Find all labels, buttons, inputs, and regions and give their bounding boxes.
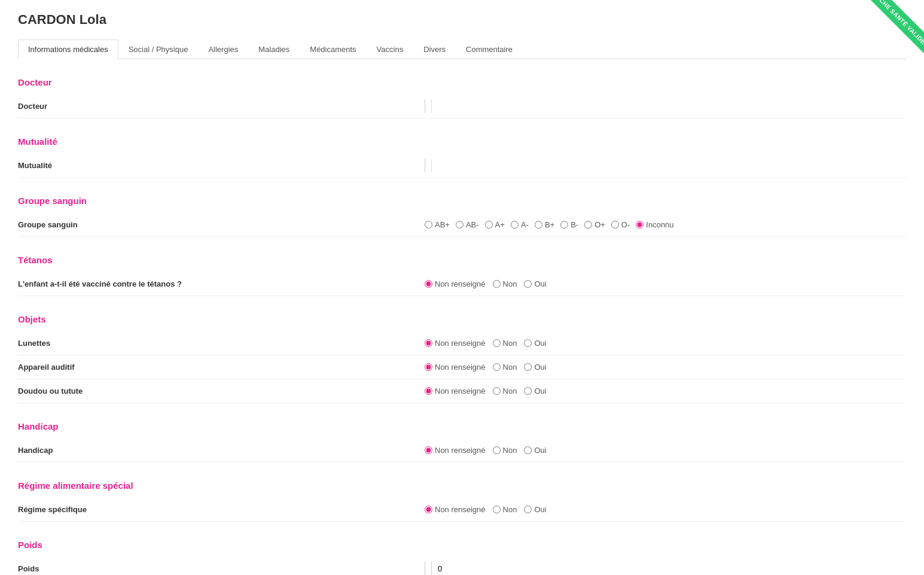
- page-wrapper: FICHE SANTÉ VALIDÉE CARDON Lola Informat…: [0, 0, 924, 575]
- form-row-appareil-auditif: Appareil auditif Non renseigné Non Oui: [18, 355, 906, 379]
- tab-maladies[interactable]: Maladies: [248, 39, 300, 59]
- label-handicap: Handicap: [18, 446, 425, 455]
- form-row-poids: Poids: [18, 557, 906, 575]
- lunettes-non[interactable]: Non: [493, 339, 517, 348]
- doudou-options: Non renseigné Non Oui: [425, 387, 906, 395]
- tab-vaccins[interactable]: Vaccins: [367, 39, 414, 59]
- handicap-non[interactable]: Non: [493, 446, 517, 455]
- section-title-mutualite: Mutualité: [18, 136, 906, 147]
- blood-group-aminus[interactable]: A-: [511, 220, 529, 229]
- label-tetanos: L'enfant a-t-il été vacciné contre le té…: [18, 279, 425, 288]
- form-row-doudou: Doudou ou tutute Non renseigné Non Oui: [18, 379, 906, 403]
- section-regime: Régime alimentaire spécial Régime spécif…: [18, 480, 906, 522]
- section-objets: Objets Lunettes Non renseigné Non Oui Ap…: [18, 314, 906, 403]
- tab-info-medicales[interactable]: Informations médicales: [18, 39, 118, 59]
- regime-non-renseigne[interactable]: Non renseigné: [425, 505, 486, 514]
- section-title-groupe-sanguin: Groupe sanguin: [18, 196, 906, 206]
- tab-medicaments[interactable]: Médicaments: [300, 39, 366, 59]
- lunettes-oui[interactable]: Oui: [524, 339, 546, 348]
- input-wrapper-docteur: [425, 99, 906, 113]
- tetanos-options: Non renseigné Non Oui: [425, 279, 906, 288]
- input-wrapper-mutualite: [425, 159, 906, 172]
- label-lunettes: Lunettes: [18, 339, 425, 348]
- blood-group-abminus[interactable]: AB-: [456, 220, 479, 229]
- label-groupe-sanguin: Groupe sanguin: [18, 220, 425, 229]
- handicap-non-renseigne[interactable]: Non renseigné: [425, 446, 486, 455]
- blood-group-oplus[interactable]: O+: [584, 220, 605, 229]
- section-title-docteur: Docteur: [18, 77, 906, 87]
- form-row-docteur: Docteur: [18, 95, 906, 118]
- lunettes-options: Non renseigné Non Oui: [425, 339, 906, 348]
- label-poids: Poids: [18, 564, 425, 573]
- input-wrapper-poids: [425, 562, 906, 575]
- tetanos-oui[interactable]: Oui: [524, 279, 546, 288]
- section-docteur: Docteur Docteur: [18, 77, 906, 118]
- label-regime: Régime spécifique: [18, 505, 425, 514]
- tab-divers[interactable]: Divers: [413, 39, 456, 59]
- tab-allergies[interactable]: Allergies: [198, 39, 248, 59]
- label-appareil-auditif: Appareil auditif: [18, 363, 425, 372]
- label-doudou: Doudou ou tutute: [18, 387, 425, 395]
- form-row-handicap: Handicap Non renseigné Non Oui: [18, 439, 906, 463]
- section-title-handicap: Handicap: [18, 421, 906, 431]
- tab-commentaire[interactable]: Commentaire: [456, 39, 523, 59]
- form-row-groupe-sanguin: Groupe sanguin AB+ AB- A+ A- B+: [18, 213, 906, 237]
- doudou-non[interactable]: Non: [493, 387, 517, 395]
- appareil-auditif-non[interactable]: Non: [493, 363, 517, 372]
- appareil-auditif-options: Non renseigné Non Oui: [425, 363, 906, 372]
- tabs-container: Informations médicales Social / Physique…: [18, 39, 906, 59]
- tetanos-non[interactable]: Non: [493, 279, 517, 288]
- lunettes-non-renseigne[interactable]: Non renseigné: [425, 339, 486, 348]
- section-title-regime: Régime alimentaire spécial: [18, 480, 906, 491]
- doudou-non-renseigne[interactable]: Non renseigné: [425, 387, 486, 395]
- input-docteur[interactable]: [431, 99, 906, 113]
- blood-group-inconnu[interactable]: Inconnu: [636, 220, 673, 229]
- input-mutualite[interactable]: [431, 159, 906, 172]
- section-groupe-sanguin: Groupe sanguin Groupe sanguin AB+ AB- A+…: [18, 196, 906, 237]
- form-row-mutualite: Mutualité: [18, 154, 906, 178]
- doudou-oui[interactable]: Oui: [524, 387, 546, 395]
- section-title-tetanos: Tétanos: [18, 255, 906, 265]
- section-handicap: Handicap Handicap Non renseigné Non Oui: [18, 421, 906, 463]
- form-row-tetanos: L'enfant a-t-il été vacciné contre le té…: [18, 272, 906, 296]
- appareil-auditif-oui[interactable]: Oui: [524, 363, 546, 372]
- regime-non[interactable]: Non: [493, 505, 517, 514]
- handicap-options: Non renseigné Non Oui: [425, 446, 906, 455]
- form-row-regime: Régime spécifique Non renseigné Non Oui: [18, 498, 906, 522]
- section-tetanos: Tétanos L'enfant a-t-il été vacciné cont…: [18, 255, 906, 296]
- regime-oui[interactable]: Oui: [524, 505, 546, 514]
- regime-options: Non renseigné Non Oui: [425, 505, 906, 514]
- blood-group-aplus[interactable]: A+: [485, 220, 505, 229]
- blood-group-abplus[interactable]: AB+: [425, 220, 450, 229]
- tetanos-non-renseigne[interactable]: Non renseigné: [425, 279, 486, 288]
- blood-group-options: AB+ AB- A+ A- B+ B- O+: [425, 220, 906, 229]
- section-mutualite: Mutualité Mutualité: [18, 136, 906, 178]
- form-row-lunettes: Lunettes Non renseigné Non Oui: [18, 331, 906, 355]
- blood-group-bplus[interactable]: B+: [535, 220, 554, 229]
- page-title: CARDON Lola: [18, 12, 906, 28]
- ribbon-text: FICHE SANTÉ VALIDÉE: [869, 0, 924, 53]
- label-mutualite: Mutualité: [18, 161, 425, 170]
- tab-social-physique[interactable]: Social / Physique: [118, 39, 199, 59]
- label-docteur: Docteur: [18, 102, 425, 111]
- section-poids: Poids Poids: [18, 540, 906, 575]
- blood-group-bminus[interactable]: B-: [560, 220, 578, 229]
- section-title-poids: Poids: [18, 540, 906, 550]
- section-title-objets: Objets: [18, 314, 906, 324]
- input-poids[interactable]: [431, 562, 479, 575]
- blood-group-ominus[interactable]: O-: [611, 220, 630, 229]
- handicap-oui[interactable]: Oui: [524, 446, 546, 455]
- ribbon: FICHE SANTÉ VALIDÉE: [858, 0, 924, 66]
- appareil-auditif-non-renseigne[interactable]: Non renseigné: [425, 363, 486, 372]
